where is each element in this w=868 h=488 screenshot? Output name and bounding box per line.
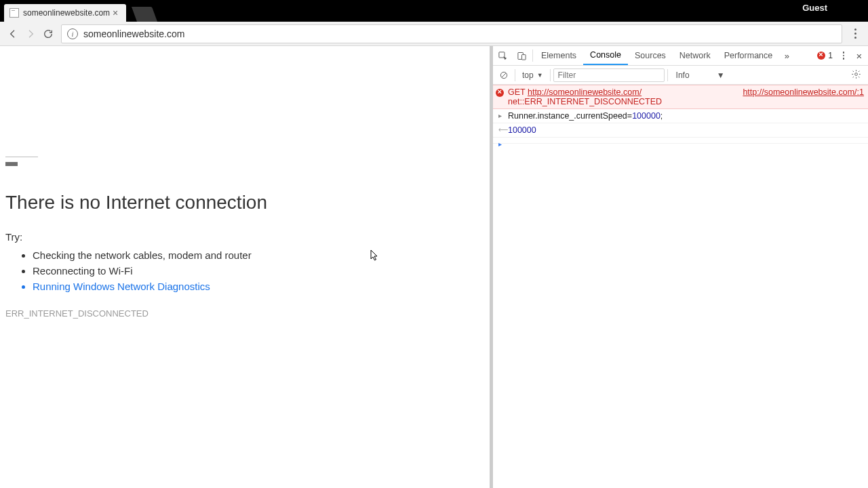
console-toolbar: top ▼ Info ▼ [493, 66, 868, 85]
error-count-value: 1 [828, 51, 833, 60]
profile-guest-label[interactable]: Guest [802, 3, 827, 13]
result-value: 100000 [508, 125, 536, 135]
error-url-link[interactable]: http://someonlinewebsite.com/ [528, 87, 642, 97]
network-diagnostics-link[interactable]: Running Windows Network Diagnostics [33, 281, 487, 292]
chevron-down-icon: ▼ [537, 72, 543, 79]
tab-network[interactable]: Network [673, 46, 717, 65]
error-heading: There is no Internet connection [5, 192, 487, 214]
tab-console[interactable]: Console [583, 46, 628, 65]
result-caret-icon: ⟵ [498, 126, 508, 134]
tab-elements[interactable]: Elements [534, 46, 583, 65]
tab-title: someonlinewebsite.com [23, 8, 110, 18]
error-code: ERR_INTERNET_DISCONNECTED [5, 308, 487, 319]
new-tab-button[interactable] [132, 7, 157, 22]
error-tip: Reconnecting to Wi-Fi [33, 265, 487, 277]
browser-toolbar: i someonlinewebsite.com [0, 22, 868, 46]
device-toolbar-button[interactable] [512, 46, 531, 65]
back-button[interactable] [4, 25, 22, 43]
console-output[interactable]: GET http://someonlinewebsite.com/ http:/… [493, 85, 868, 488]
mouse-cursor-icon [370, 249, 378, 262]
console-input-row[interactable]: ▸ Runner.instance_.currentSpeed=100000; [493, 109, 868, 123]
console-prompt[interactable]: ▸ [493, 138, 868, 144]
browser-menu-button[interactable] [846, 25, 864, 43]
error-tips-list: Checking the network cables, modem and r… [33, 249, 487, 292]
reload-button[interactable] [39, 25, 57, 43]
svg-point-4 [855, 73, 858, 75]
browser-tabstrip: someonlinewebsite.com × Guest [0, 0, 868, 22]
console-error-row[interactable]: GET http://someonlinewebsite.com/ http:/… [493, 85, 868, 109]
console-result-row[interactable]: ⟵ 100000 [493, 123, 868, 138]
svg-rect-2 [521, 54, 526, 60]
context-label: top [522, 70, 534, 80]
error-icon [496, 89, 504, 97]
log-level-select[interactable]: Info ▼ [671, 70, 730, 80]
page-favicon-icon [9, 8, 19, 18]
execution-context-select[interactable]: top ▼ [518, 70, 547, 80]
prompt-caret-icon: ▸ [498, 140, 502, 148]
devtools-panel: Elements Console Sources Network Perform… [492, 46, 868, 488]
http-method: GET [508, 87, 525, 97]
console-filter-input[interactable] [553, 68, 665, 82]
page-viewport: There is no Internet connection Try: Che… [0, 46, 492, 488]
input-code-value: 100000 [632, 111, 660, 121]
input-code-prefix: Runner.instance_.currentSpeed= [508, 111, 632, 121]
tabs-overflow-icon[interactable]: » [779, 46, 794, 65]
log-level-label: Info [676, 70, 690, 80]
input-caret-icon: ▸ [498, 112, 502, 119]
error-counter[interactable]: 1 [813, 46, 837, 65]
error-try-label: Try: [5, 231, 487, 243]
tab-close-icon[interactable]: × [110, 8, 121, 18]
devtools-resize-handle[interactable] [490, 46, 492, 488]
inspect-element-button[interactable] [493, 46, 512, 65]
offline-dino-icon[interactable] [5, 157, 38, 163]
error-detail: net::ERR_INTERNET_DISCONNECTED [508, 97, 662, 106]
chevron-down-icon: ▼ [717, 70, 725, 80]
separator [550, 69, 551, 81]
site-info-icon[interactable]: i [67, 28, 78, 39]
separator [667, 69, 668, 81]
error-tip: Checking the network cables, modem and r… [33, 249, 487, 261]
tab-sources[interactable]: Sources [628, 46, 673, 65]
devtools-close-button[interactable]: × [850, 46, 868, 65]
console-settings-button[interactable] [851, 69, 865, 81]
error-source-link[interactable]: http://someonlinewebsite.com/:1 [743, 87, 864, 97]
devtools-tabbar: Elements Console Sources Network Perform… [493, 46, 868, 66]
url-text: someonlinewebsite.com [83, 28, 836, 39]
separator [532, 49, 533, 62]
input-code-suffix: ; [660, 111, 663, 121]
tab-performance[interactable]: Performance [717, 46, 780, 65]
clear-console-button[interactable] [496, 67, 512, 83]
error-badge-icon [817, 52, 825, 60]
separator [515, 69, 515, 81]
address-bar[interactable]: i someonlinewebsite.com [61, 24, 842, 43]
devtools-menu-button[interactable] [837, 46, 850, 65]
browser-tab[interactable]: someonlinewebsite.com × [4, 4, 126, 22]
forward-button[interactable] [22, 25, 39, 43]
